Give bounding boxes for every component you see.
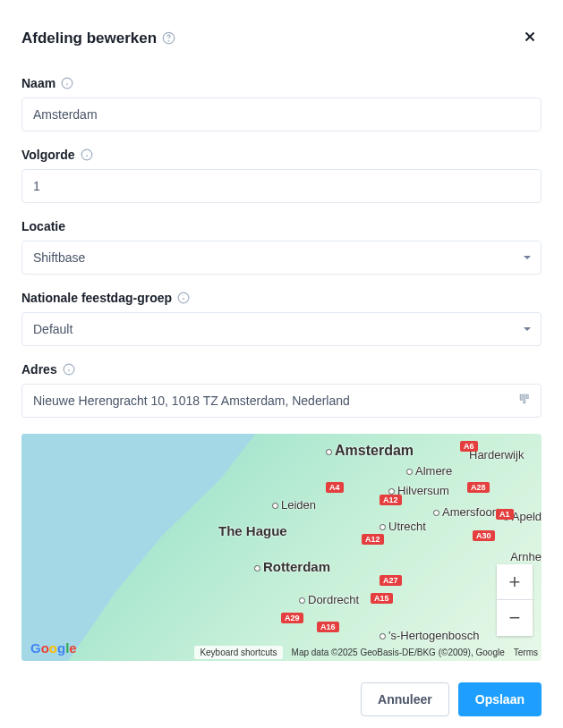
name-label: Naam: [21, 76, 542, 90]
name-input[interactable]: [21, 97, 542, 131]
keyboard-shortcuts-link[interactable]: Keyboard shortcuts: [194, 646, 282, 659]
city-rotterdam: Rotterdam: [263, 559, 330, 574]
modal-header: Afdeling bewerken: [21, 25, 542, 51]
map[interactable]: Amsterdam The Hague Rotterdam Utrecht Al…: [21, 434, 542, 661]
city-arnhem: Arnhe: [510, 550, 542, 563]
road-a4: A4: [326, 482, 344, 493]
close-button[interactable]: [518, 25, 542, 51]
zoom-in-button[interactable]: +: [497, 564, 533, 600]
info-icon[interactable]: [177, 292, 190, 304]
modal-footer: Annuleer Opslaan: [21, 682, 542, 716]
city-almere: Almere: [415, 464, 452, 478]
holiday-group-label: Nationale feestdag-groep: [21, 291, 542, 305]
holiday-group-select[interactable]: Default: [21, 312, 542, 346]
order-input[interactable]: [21, 169, 542, 203]
svg-rect-16: [520, 394, 522, 400]
location-label: Locatie: [21, 219, 542, 233]
modal-title-text: Afdeling bewerken: [21, 30, 157, 47]
address-input[interactable]: [21, 384, 542, 418]
city-leiden: Leiden: [281, 498, 316, 512]
holiday-group-group: Nationale feestdag-groep Default: [21, 291, 542, 346]
road-a15: A15: [371, 593, 393, 604]
order-group: Volgorde: [21, 148, 542, 203]
info-icon[interactable]: [81, 148, 93, 161]
address-group: Adres: [21, 362, 542, 418]
city-hilversum: Hilversum: [397, 484, 449, 497]
road-a16: A16: [317, 622, 339, 632]
map-attribution: Map data ©2025 GeoBasis-DE/BKG (©2009), …: [292, 648, 505, 657]
location-select[interactable]: Shiftbase: [21, 241, 542, 275]
road-a29: A29: [281, 613, 303, 623]
city-utrecht: Utrecht: [388, 520, 426, 533]
map-overlay: Amsterdam The Hague Rotterdam Utrecht Al…: [21, 434, 542, 661]
location-group: Locatie Shiftbase: [21, 219, 542, 275]
order-label-text: Volgorde: [21, 148, 75, 162]
svg-point-1: [168, 40, 169, 41]
info-icon[interactable]: [61, 77, 73, 89]
city-apeldoorn: Apeld: [512, 510, 542, 523]
svg-rect-18: [526, 394, 528, 398]
map-water: [21, 434, 255, 661]
road-a27: A27: [380, 575, 402, 586]
info-icon[interactable]: [63, 363, 75, 376]
name-group: Naam: [21, 76, 542, 131]
city-shertogenbosch: 's-Hertogenbosch: [388, 629, 479, 642]
terms-link[interactable]: Terms: [514, 648, 538, 657]
city-amersfoort: Amersfoort: [442, 505, 499, 519]
google-logo: Google: [30, 640, 77, 656]
road-a30: A30: [473, 530, 495, 541]
location-select-wrapper: Shiftbase: [21, 241, 542, 275]
road-a28: A28: [467, 482, 490, 493]
city-dordrecht: Dordrecht: [308, 593, 359, 606]
address-label: Adres: [21, 362, 542, 377]
help-icon[interactable]: [162, 31, 175, 45]
modal-title: Afdeling bewerken: [21, 30, 175, 47]
road-a6: A6: [460, 441, 478, 452]
cancel-button[interactable]: Annuleer: [361, 682, 449, 716]
holiday-select-wrapper: Default: [21, 312, 542, 346]
order-label: Volgorde: [21, 148, 542, 162]
address-input-wrapper: [21, 384, 542, 418]
zoom-out-button[interactable]: −: [497, 600, 533, 636]
address-action-icon[interactable]: [518, 393, 531, 409]
save-button[interactable]: Opslaan: [458, 682, 542, 716]
name-label-text: Naam: [21, 76, 55, 90]
city-amsterdam: Amsterdam: [335, 443, 414, 458]
map-zoom-controls: + −: [497, 564, 533, 636]
location-label-text: Locatie: [21, 219, 65, 233]
address-label-text: Adres: [21, 362, 57, 377]
road-a12b: A12: [380, 495, 402, 505]
svg-rect-17: [524, 394, 525, 402]
road-a12: A12: [362, 534, 384, 545]
city-the-hague: The Hague: [218, 523, 287, 538]
road-a1: A1: [496, 509, 514, 520]
map-footer: Keyboard shortcuts Map data ©2025 GeoBas…: [194, 646, 538, 659]
holiday-group-label-text: Nationale feestdag-groep: [21, 291, 172, 305]
